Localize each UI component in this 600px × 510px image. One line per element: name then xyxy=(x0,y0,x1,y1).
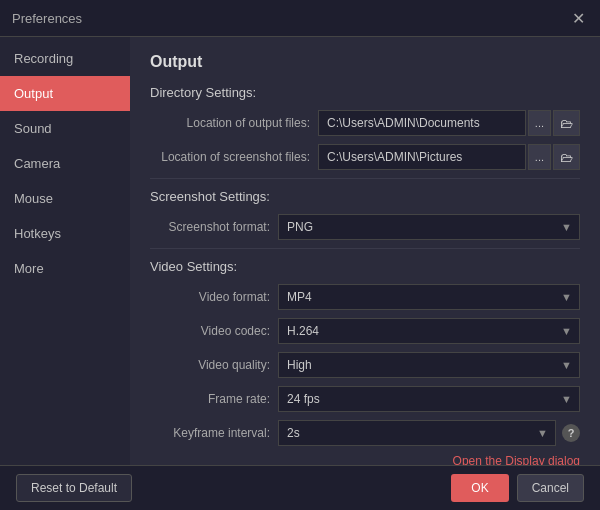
video-format-select[interactable]: MP4 AVI MOV xyxy=(278,284,580,310)
video-format-row: Video format: MP4 AVI MOV ▼ xyxy=(150,284,580,310)
content-area: Output Directory Settings: Location of o… xyxy=(130,37,600,465)
sidebar-item-recording[interactable]: Recording xyxy=(0,41,130,76)
close-button[interactable]: ✕ xyxy=(568,8,588,28)
keyframe-select[interactable]: 2s 4s 8s xyxy=(278,420,556,446)
video-format-wrapper: MP4 AVI MOV ▼ xyxy=(278,284,580,310)
footer-right: OK Cancel xyxy=(451,474,584,502)
video-codec-select[interactable]: H.264 H.265 VP9 xyxy=(278,318,580,344)
frame-rate-label: Frame rate: xyxy=(150,392,270,406)
video-quality-select[interactable]: High Medium Low xyxy=(278,352,580,378)
display-dialog-link[interactable]: Open the Display dialog xyxy=(453,454,580,465)
ok-button[interactable]: OK xyxy=(451,474,508,502)
keyframe-help-icon[interactable]: ? xyxy=(562,424,580,442)
screenshot-files-row: Location of screenshot files: ... 🗁 xyxy=(150,144,580,170)
video-codec-wrapper: H.264 H.265 VP9 ▼ xyxy=(278,318,580,344)
window-title: Preferences xyxy=(12,11,82,26)
video-format-label: Video format: xyxy=(150,290,270,304)
video-quality-wrapper: High Medium Low ▼ xyxy=(278,352,580,378)
sidebar-item-sound[interactable]: Sound xyxy=(0,111,130,146)
screenshot-format-select[interactable]: PNG JPG BMP xyxy=(278,214,580,240)
folder-icon: 🗁 xyxy=(560,116,573,131)
video-codec-row: Video codec: H.264 H.265 VP9 ▼ xyxy=(150,318,580,344)
output-files-input-group: ... 🗁 xyxy=(318,110,580,136)
video-codec-label: Video codec: xyxy=(150,324,270,338)
screenshot-format-wrapper: PNG JPG BMP ▼ xyxy=(278,214,580,240)
screenshot-section-title: Screenshot Settings: xyxy=(150,189,580,204)
frame-rate-select[interactable]: 24 fps 30 fps 60 fps xyxy=(278,386,580,412)
frame-rate-wrapper: 24 fps 30 fps 60 fps ▼ xyxy=(278,386,580,412)
folder-icon-2: 🗁 xyxy=(560,150,573,165)
screenshot-files-label: Location of screenshot files: xyxy=(150,150,310,164)
screenshot-files-input-group: ... 🗁 xyxy=(318,144,580,170)
keyframe-row: Keyframe interval: 2s 4s 8s ▼ ? xyxy=(150,420,580,446)
output-files-folder-button[interactable]: 🗁 xyxy=(553,110,580,136)
screenshot-files-folder-button[interactable]: 🗁 xyxy=(553,144,580,170)
screenshot-files-dots-button[interactable]: ... xyxy=(528,144,551,170)
video-quality-label: Video quality: xyxy=(150,358,270,372)
display-link-row: Open the Display dialog xyxy=(150,454,580,465)
keyframe-label: Keyframe interval: xyxy=(150,426,270,440)
page-title: Output xyxy=(150,53,580,71)
video-quality-row: Video quality: High Medium Low ▼ xyxy=(150,352,580,378)
sidebar: Recording Output Sound Camera Mouse Hotk… xyxy=(0,37,130,465)
sidebar-item-camera[interactable]: Camera xyxy=(0,146,130,181)
output-files-label: Location of output files: xyxy=(150,116,310,130)
footer: Reset to Default OK Cancel xyxy=(0,465,600,510)
keyframe-wrapper: 2s 4s 8s ▼ xyxy=(278,420,556,446)
sidebar-item-more[interactable]: More xyxy=(0,251,130,286)
sidebar-item-hotkeys[interactable]: Hotkeys xyxy=(0,216,130,251)
main-content: Recording Output Sound Camera Mouse Hotk… xyxy=(0,37,600,465)
screenshot-format-label: Screenshot format: xyxy=(150,220,270,234)
output-files-input[interactable] xyxy=(318,110,526,136)
cancel-button[interactable]: Cancel xyxy=(517,474,584,502)
titlebar: Preferences ✕ xyxy=(0,0,600,37)
directory-section-title: Directory Settings: xyxy=(150,85,580,100)
frame-rate-row: Frame rate: 24 fps 30 fps 60 fps ▼ xyxy=(150,386,580,412)
video-section-title: Video Settings: xyxy=(150,259,580,274)
screenshot-format-row: Screenshot format: PNG JPG BMP ▼ xyxy=(150,214,580,240)
output-files-dots-button[interactable]: ... xyxy=(528,110,551,136)
sidebar-item-mouse[interactable]: Mouse xyxy=(0,181,130,216)
sidebar-item-output[interactable]: Output xyxy=(0,76,130,111)
reset-button[interactable]: Reset to Default xyxy=(16,474,132,502)
preferences-window: Preferences ✕ Recording Output Sound Cam… xyxy=(0,0,600,510)
screenshot-files-input[interactable] xyxy=(318,144,526,170)
output-files-row: Location of output files: ... 🗁 xyxy=(150,110,580,136)
